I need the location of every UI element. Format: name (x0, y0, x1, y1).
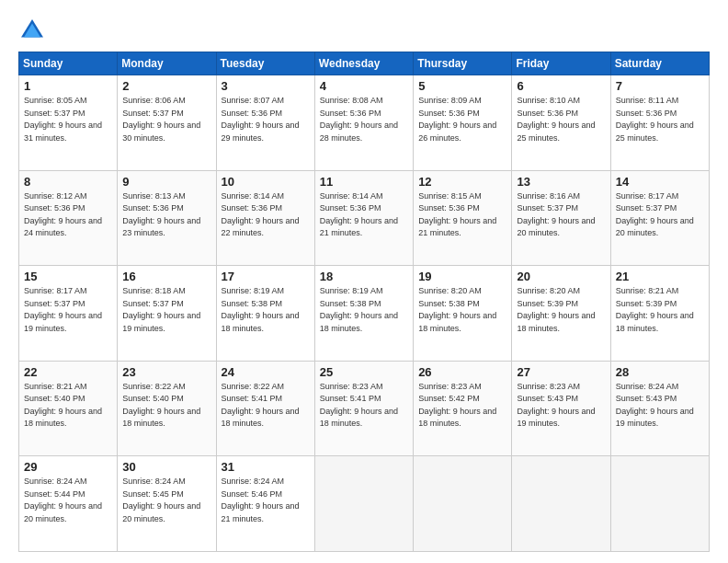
calendar-cell (610, 456, 709, 552)
calendar-cell: 3 Sunrise: 8:07 AM Sunset: 5:36 PM Dayli… (216, 75, 314, 171)
day-info: Sunrise: 8:17 AM Sunset: 5:37 PM Dayligh… (616, 190, 704, 240)
day-header-saturday: Saturday (610, 52, 709, 75)
calendar-cell: 6 Sunrise: 8:10 AM Sunset: 5:36 PM Dayli… (512, 75, 610, 171)
day-number: 19 (418, 270, 506, 283)
day-info: Sunrise: 8:13 AM Sunset: 5:36 PM Dayligh… (122, 190, 210, 240)
day-number: 22 (24, 365, 112, 379)
day-info: Sunrise: 8:24 AM Sunset: 5:43 PM Dayligh… (616, 381, 704, 431)
calendar-table: SundayMondayTuesdayWednesdayThursdayFrid… (18, 52, 710, 552)
day-info: Sunrise: 8:23 AM Sunset: 5:41 PM Dayligh… (320, 381, 408, 431)
day-number: 7 (616, 79, 704, 93)
calendar-cell: 2 Sunrise: 8:06 AM Sunset: 5:37 PM Dayli… (118, 75, 216, 171)
day-number: 21 (616, 270, 704, 283)
day-number: 31 (222, 460, 310, 474)
day-info: Sunrise: 8:11 AM Sunset: 5:36 PM Dayligh… (616, 95, 704, 144)
day-info: Sunrise: 8:16 AM Sunset: 5:37 PM Dayligh… (517, 190, 605, 240)
day-info: Sunrise: 8:07 AM Sunset: 5:36 PM Dayligh… (222, 95, 310, 144)
day-header-tuesday: Tuesday (216, 52, 314, 75)
day-number: 2 (122, 79, 210, 93)
day-info: Sunrise: 8:19 AM Sunset: 5:38 PM Dayligh… (320, 285, 408, 335)
calendar-week-3: 15 Sunrise: 8:17 AM Sunset: 5:37 PM Dayl… (19, 266, 710, 362)
calendar-cell (414, 456, 512, 552)
calendar-cell: 26 Sunrise: 8:23 AM Sunset: 5:42 PM Dayl… (414, 361, 512, 456)
day-number: 4 (320, 79, 408, 93)
day-header-friday: Friday (512, 52, 610, 75)
calendar-cell: 12 Sunrise: 8:15 AM Sunset: 5:36 PM Dayl… (414, 170, 512, 266)
calendar-cell: 31 Sunrise: 8:24 AM Sunset: 5:46 PM Dayl… (216, 456, 314, 552)
calendar-cell: 9 Sunrise: 8:13 AM Sunset: 5:36 PM Dayli… (118, 170, 216, 266)
calendar-week-2: 8 Sunrise: 8:12 AM Sunset: 5:36 PM Dayli… (19, 170, 710, 266)
day-number: 13 (517, 175, 605, 189)
calendar-cell: 19 Sunrise: 8:20 AM Sunset: 5:38 PM Dayl… (414, 266, 512, 362)
calendar-cell: 18 Sunrise: 8:19 AM Sunset: 5:38 PM Dayl… (314, 266, 413, 362)
calendar-cell: 15 Sunrise: 8:17 AM Sunset: 5:37 PM Dayl… (19, 266, 118, 362)
calendar-cell: 20 Sunrise: 8:20 AM Sunset: 5:39 PM Dayl… (512, 266, 610, 362)
calendar-cell (314, 456, 413, 552)
day-info: Sunrise: 8:14 AM Sunset: 5:36 PM Dayligh… (320, 190, 408, 240)
day-info: Sunrise: 8:19 AM Sunset: 5:38 PM Dayligh… (222, 285, 310, 335)
calendar-cell: 8 Sunrise: 8:12 AM Sunset: 5:36 PM Dayli… (19, 170, 118, 266)
day-number: 17 (222, 270, 310, 283)
day-info: Sunrise: 8:22 AM Sunset: 5:41 PM Dayligh… (222, 381, 310, 431)
calendar-cell: 28 Sunrise: 8:24 AM Sunset: 5:43 PM Dayl… (610, 361, 709, 456)
day-info: Sunrise: 8:17 AM Sunset: 5:37 PM Dayligh… (24, 285, 112, 335)
day-info: Sunrise: 8:18 AM Sunset: 5:37 PM Dayligh… (122, 285, 210, 335)
day-header-thursday: Thursday (414, 52, 512, 75)
calendar-cell: 17 Sunrise: 8:19 AM Sunset: 5:38 PM Dayl… (216, 266, 314, 362)
day-number: 8 (24, 175, 112, 189)
page: SundayMondayTuesdayWednesdayThursdayFrid… (0, 0, 728, 563)
calendar-cell: 23 Sunrise: 8:22 AM Sunset: 5:40 PM Dayl… (118, 361, 216, 456)
day-number: 23 (122, 365, 210, 379)
calendar-header-row: SundayMondayTuesdayWednesdayThursdayFrid… (19, 52, 710, 75)
calendar-cell: 11 Sunrise: 8:14 AM Sunset: 5:36 PM Dayl… (314, 170, 413, 266)
day-info: Sunrise: 8:20 AM Sunset: 5:38 PM Dayligh… (418, 285, 506, 335)
day-number: 25 (320, 365, 408, 379)
calendar-cell: 10 Sunrise: 8:14 AM Sunset: 5:36 PM Dayl… (216, 170, 314, 266)
day-number: 11 (320, 175, 408, 189)
calendar-cell (512, 456, 610, 552)
day-number: 15 (24, 270, 112, 283)
day-info: Sunrise: 8:09 AM Sunset: 5:36 PM Dayligh… (418, 95, 506, 144)
day-info: Sunrise: 8:24 AM Sunset: 5:46 PM Dayligh… (222, 476, 310, 525)
day-info: Sunrise: 8:10 AM Sunset: 5:36 PM Dayligh… (517, 95, 605, 144)
day-info: Sunrise: 8:20 AM Sunset: 5:39 PM Dayligh… (517, 285, 605, 335)
calendar-cell: 5 Sunrise: 8:09 AM Sunset: 5:36 PM Dayli… (414, 75, 512, 171)
calendar-cell: 22 Sunrise: 8:21 AM Sunset: 5:40 PM Dayl… (19, 361, 118, 456)
calendar-cell: 27 Sunrise: 8:23 AM Sunset: 5:43 PM Dayl… (512, 361, 610, 456)
day-info: Sunrise: 8:23 AM Sunset: 5:42 PM Dayligh… (418, 381, 506, 431)
day-number: 1 (24, 79, 112, 93)
calendar-cell: 16 Sunrise: 8:18 AM Sunset: 5:37 PM Dayl… (118, 266, 216, 362)
day-number: 5 (418, 79, 506, 93)
day-info: Sunrise: 8:21 AM Sunset: 5:40 PM Dayligh… (24, 381, 112, 431)
logo (18, 17, 51, 44)
day-number: 3 (222, 79, 310, 93)
day-header-wednesday: Wednesday (314, 52, 413, 75)
logo-icon (18, 17, 46, 44)
day-number: 30 (122, 460, 210, 474)
day-info: Sunrise: 8:23 AM Sunset: 5:43 PM Dayligh… (517, 381, 605, 431)
day-info: Sunrise: 8:22 AM Sunset: 5:40 PM Dayligh… (122, 381, 210, 431)
day-info: Sunrise: 8:08 AM Sunset: 5:36 PM Dayligh… (320, 95, 408, 144)
day-header-sunday: Sunday (19, 52, 118, 75)
day-info: Sunrise: 8:05 AM Sunset: 5:37 PM Dayligh… (24, 95, 112, 144)
day-number: 26 (418, 365, 506, 379)
day-header-monday: Monday (118, 52, 216, 75)
calendar-cell: 13 Sunrise: 8:16 AM Sunset: 5:37 PM Dayl… (512, 170, 610, 266)
day-info: Sunrise: 8:06 AM Sunset: 5:37 PM Dayligh… (122, 95, 210, 144)
calendar-week-5: 29 Sunrise: 8:24 AM Sunset: 5:44 PM Dayl… (19, 456, 710, 552)
calendar-cell: 7 Sunrise: 8:11 AM Sunset: 5:36 PM Dayli… (610, 75, 709, 171)
day-number: 29 (24, 460, 112, 474)
day-number: 14 (616, 175, 704, 189)
calendar-week-4: 22 Sunrise: 8:21 AM Sunset: 5:40 PM Dayl… (19, 361, 710, 456)
day-info: Sunrise: 8:12 AM Sunset: 5:36 PM Dayligh… (24, 190, 112, 240)
calendar-cell: 4 Sunrise: 8:08 AM Sunset: 5:36 PM Dayli… (314, 75, 413, 171)
day-info: Sunrise: 8:24 AM Sunset: 5:45 PM Dayligh… (122, 476, 210, 525)
day-number: 28 (616, 365, 704, 379)
calendar-week-1: 1 Sunrise: 8:05 AM Sunset: 5:37 PM Dayli… (19, 75, 710, 171)
day-number: 12 (418, 175, 506, 189)
day-number: 27 (517, 365, 605, 379)
calendar-cell: 30 Sunrise: 8:24 AM Sunset: 5:45 PM Dayl… (118, 456, 216, 552)
calendar-cell: 21 Sunrise: 8:21 AM Sunset: 5:39 PM Dayl… (610, 266, 709, 362)
day-number: 6 (517, 79, 605, 93)
day-info: Sunrise: 8:14 AM Sunset: 5:36 PM Dayligh… (222, 190, 310, 240)
